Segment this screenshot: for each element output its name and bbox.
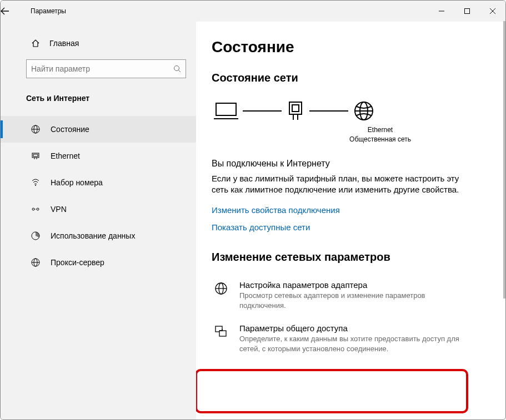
sidebar-item-label: VPN — [51, 205, 67, 214]
ethernet-icon — [31, 151, 41, 161]
search-box[interactable] — [26, 59, 186, 78]
settings-window: Параметры Главная — [0, 0, 506, 420]
sharing-desc: Определите, к каким данным вы хотите пре… — [239, 334, 470, 353]
close-button[interactable] — [480, 1, 505, 22]
search-icon — [173, 65, 181, 73]
router-icon — [286, 100, 305, 122]
sharing-settings-row[interactable]: Параметры общего доступа Определите, к к… — [212, 317, 473, 360]
arrow-left-icon — [1, 7, 9, 16]
svg-point-2 — [174, 66, 179, 71]
category-title: Сеть и Интернет — [1, 78, 196, 110]
sidebar-item-status[interactable]: Состояние — [1, 116, 196, 143]
title-bar: Параметры — [1, 1, 505, 22]
proxy-icon — [31, 257, 41, 267]
sidebar-item-proxy[interactable]: Прокси-сервер — [1, 249, 196, 276]
home-label: Главная — [49, 39, 79, 48]
sharing-text: Параметры общего доступа Определите, к к… — [239, 323, 470, 353]
sidebar-item-label: Прокси-сервер — [51, 258, 104, 267]
status-icon — [31, 124, 41, 134]
sidebar-item-vpn[interactable]: VPN — [1, 196, 196, 222]
maximize-button[interactable] — [454, 1, 480, 22]
adapter-settings-row[interactable]: Настройка параметров адаптера Просмотр с… — [212, 274, 473, 317]
search-input[interactable] — [31, 64, 173, 73]
sidebar-item-label: Использование данных — [51, 231, 135, 240]
scrollbar-thumb[interactable] — [503, 21, 505, 298]
sidebar-item-label: Состояние — [51, 125, 89, 134]
change-settings-heading: Изменение сетевых параметров — [212, 251, 489, 264]
minimize-icon — [439, 8, 444, 14]
window-title: Параметры — [24, 7, 429, 15]
sidebar-item-label: Набор номера — [51, 178, 103, 187]
content-area: Главная Сеть и Интернет Состояние — [1, 22, 505, 419]
adapter-title: Настройка параметров адаптера — [239, 280, 470, 290]
svg-rect-19 — [216, 103, 236, 115]
svg-point-13 — [37, 208, 39, 210]
computer-icon — [214, 101, 238, 121]
minimize-button[interactable] — [429, 1, 454, 22]
dialup-icon — [31, 178, 41, 188]
connected-heading: Вы подключены к Интернету — [212, 159, 489, 169]
sidebar: Главная Сеть и Интернет Состояние — [1, 22, 196, 419]
svg-rect-8 — [33, 154, 38, 156]
diagram-line — [243, 110, 282, 112]
sidebar-item-label: Ethernet — [51, 151, 80, 160]
scrollbar[interactable] — [503, 21, 505, 419]
adapter-desc: Просмотр сетевых адаптеров и изменение п… — [239, 291, 470, 310]
svg-rect-21 — [289, 102, 302, 114]
svg-rect-22 — [292, 105, 299, 112]
home-link[interactable]: Главная — [1, 34, 196, 57]
diagram-labels: Ethernet Общественная сеть — [272, 125, 489, 144]
highlight-annotation — [196, 369, 468, 413]
svg-point-12 — [32, 208, 34, 210]
adapter-icon — [214, 280, 231, 310]
diagram-line — [309, 110, 348, 112]
sharing-title: Параметры общего доступа — [239, 323, 470, 333]
svg-rect-32 — [219, 331, 226, 336]
change-connection-properties-link[interactable]: Изменить свойства подключения — [212, 205, 489, 215]
window-controls — [429, 1, 505, 22]
sidebar-item-ethernet[interactable]: Ethernet — [1, 143, 196, 169]
sidebar-item-dialup[interactable]: Набор номера — [1, 169, 196, 196]
adapter-text: Настройка параметров адаптера Просмотр с… — [239, 280, 470, 310]
svg-rect-1 — [465, 9, 470, 14]
maximize-icon — [464, 8, 470, 14]
globe-icon — [353, 100, 375, 122]
data-usage-icon — [31, 231, 41, 241]
svg-line-3 — [179, 70, 181, 73]
connection-name: Ethernet — [272, 125, 489, 135]
vpn-icon — [31, 204, 41, 214]
connected-body: Если у вас лимитный тарифный план, вы мо… — [212, 173, 467, 196]
nav-list: Состояние Ethernet Набор номера — [1, 116, 196, 276]
show-available-networks-link[interactable]: Показать доступные сети — [212, 222, 489, 232]
sidebar-item-datausage[interactable]: Использование данных — [1, 222, 196, 249]
home-icon — [31, 38, 41, 48]
status-heading: Состояние сети — [212, 72, 489, 84]
network-diagram — [212, 94, 489, 125]
main-content: Состояние Состояние сети Ethernet Общест… — [196, 22, 505, 419]
svg-point-11 — [35, 185, 36, 186]
sharing-icon — [214, 323, 231, 353]
close-icon — [490, 8, 495, 14]
connection-type: Общественная сеть — [272, 135, 489, 144]
back-button[interactable] — [1, 7, 24, 16]
page-title: Состояние — [212, 38, 489, 56]
